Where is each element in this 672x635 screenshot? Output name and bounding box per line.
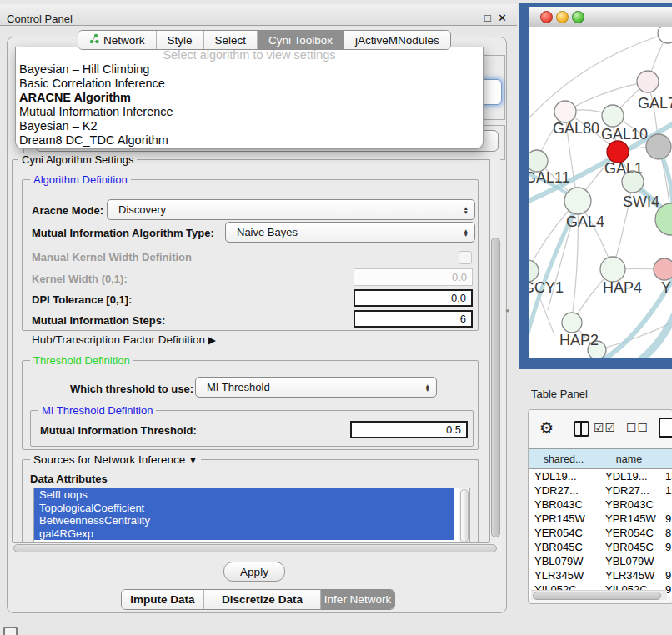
column-header[interactable]: shared...	[529, 449, 599, 468]
table-row[interactable]: YBL079WYBL079W	[529, 554, 672, 568]
algorithm-option[interactable]: Bayesian – Hill Climbing	[16, 62, 483, 77]
table-cell: YPR145W	[599, 512, 659, 525]
node-label-gal7: GAL7	[638, 95, 672, 112]
network-graph	[529, 27, 672, 358]
control-panel-titlebar: Control Panel □ ✕	[0, 4, 517, 26]
select-all-columns-icon[interactable]: ☑☑	[594, 421, 616, 434]
attribute-list-item[interactable]: gal4RGexp	[34, 528, 454, 541]
network-node-gal10[interactable]	[602, 105, 624, 127]
algorithm-option[interactable]: Dream8 DC_TDC Algorithm	[16, 133, 483, 148]
network-node-hap4[interactable]	[600, 257, 625, 282]
bottom-tab-discretize-data[interactable]: Discretize Data	[204, 590, 321, 609]
data-attributes-list[interactable]: SelfLoopsTopologicalCoefficientBetweenne…	[33, 488, 470, 542]
table-cell: YDR27...	[599, 484, 659, 497]
column-header[interactable]: A	[659, 449, 672, 468]
tab-style[interactable]: Style	[157, 31, 204, 49]
table-header-row: shared...nameA	[529, 448, 672, 469]
network-node-top-partial[interactable]	[658, 27, 672, 43]
algorithm-option[interactable]: Mutual Information Inference	[16, 105, 483, 119]
triangle-down-icon: ▼	[188, 455, 198, 465]
table-cell: YER054C	[529, 527, 599, 539]
attribute-list-item[interactable]: TopologicalCoefficient	[34, 502, 454, 515]
node-label-hap4: HAP4	[603, 279, 642, 297]
manual-kernel-checkbox[interactable]	[459, 251, 472, 264]
tab-label: Style	[168, 34, 193, 47]
aracne-mode-combo[interactable]: Discovery ▲▼	[107, 199, 475, 220]
table-row[interactable]: YDL19...YDL19...13	[529, 469, 672, 483]
tab-jactivemnodules[interactable]: jActiveMNodules	[344, 31, 450, 49]
columns-icon[interactable]	[574, 421, 589, 437]
column-header[interactable]: name	[599, 449, 659, 468]
bottom-tab-impute-data[interactable]: Impute Data	[122, 590, 204, 609]
mi-threshold-field[interactable]: 0.5	[350, 421, 468, 438]
tab-label: Cyni Toolbox	[268, 34, 333, 47]
network-node-pinkr[interactable]	[654, 258, 672, 280]
gear-icon[interactable]: ⚙	[539, 418, 554, 438]
network-node-gal7[interactable]	[637, 71, 659, 92]
table-cell: 9.	[659, 569, 672, 582]
algorithm-option[interactable]: ARACNE Algorithm	[16, 91, 483, 105]
table-horizontal-scrollbar[interactable]	[531, 590, 667, 600]
node-label-gcy1: GCY1	[529, 279, 564, 297]
table-cell: YBR045C	[529, 541, 599, 553]
table-cell: YER054C	[599, 527, 659, 539]
algorithm-dropdown-popup: Select algorithm to view settings Bayesi…	[15, 48, 484, 149]
node-label-gal80: GAL80	[553, 120, 599, 138]
network-node-gal4[interactable]	[564, 188, 591, 214]
tab-select[interactable]: Select	[204, 31, 258, 49]
hub-definition-expander[interactable]: Hub/Transcription Factor Definition ▶	[32, 333, 216, 346]
manual-kernel-label: Manual Kernel Width Definition	[32, 251, 192, 263]
kernel-width-field[interactable]: 0.0	[354, 268, 473, 286]
settings-horizontal-scrollbar[interactable]	[12, 543, 502, 553]
table-row[interactable]: YPR145WYPR145W9.	[529, 512, 672, 526]
sources-title[interactable]: Sources for Network Inference ▼	[30, 453, 201, 466]
tab-cyni-toolbox[interactable]: Cyni Toolbox	[258, 31, 344, 49]
node-label-gal10: GAL10	[601, 126, 648, 143]
attribute-list-item[interactable]: BetweennessCentrality	[34, 514, 454, 528]
unselect-all-columns-icon[interactable]: ☐☐	[626, 421, 649, 434]
close-icon[interactable]: ✕	[498, 12, 507, 24]
minimize-traffic-light-icon[interactable]	[556, 11, 569, 23]
zoom-traffic-light-icon[interactable]	[572, 11, 584, 23]
minimized-panel-icon[interactable]	[3, 627, 18, 635]
network-node-gray[interactable]	[646, 134, 671, 159]
table-row[interactable]: YBR045CYBR045C9.	[529, 540, 672, 554]
algorithm-option[interactable]: Basic Correlation Inference	[16, 77, 483, 91]
mi-steps-label: Mutual Information Steps:	[32, 314, 165, 327]
table-cell: YDL19...	[529, 470, 599, 482]
settings-vertical-scrollbar[interactable]	[490, 159, 500, 542]
dpi-tolerance-field[interactable]: 0.0	[354, 289, 473, 307]
aracne-mode-label: Aracne Mode:	[32, 204, 103, 217]
mi-type-label: Mutual Information Algorithm Type:	[32, 227, 214, 239]
pane-divider-arrow[interactable]: ◂	[505, 306, 509, 314]
cyni-algorithm-settings-title: Cyni Algorithm Settings	[18, 153, 137, 166]
mi-steps-field[interactable]: 6	[354, 310, 473, 328]
network-node-hap2[interactable]	[562, 312, 582, 332]
export-table-icon[interactable]	[659, 418, 672, 438]
threshold-definition-title: Threshold Definition	[30, 354, 133, 367]
close-traffic-light-icon[interactable]	[540, 11, 553, 23]
table-row[interactable]: YDR27...YDR27...12	[529, 483, 672, 498]
tab-label: Select	[215, 34, 247, 47]
table-row[interactable]: YBR043CYBR043C	[529, 498, 672, 512]
mi-threshold-title: MI Threshold Definition	[38, 404, 156, 417]
table-cell: 12	[659, 484, 672, 497]
table-row[interactable]: YER054CYER054C8.	[529, 526, 672, 540]
bottom-tab-infer-network[interactable]: Infer Network	[321, 590, 394, 609]
float-window-icon[interactable]: □	[484, 12, 491, 24]
network-canvas[interactable]: GAL7GAL80GAL10GAL1GAL11SWI4GAL4GCY1HAP4Y…	[529, 27, 672, 358]
apply-button[interactable]: Apply	[223, 562, 285, 582]
list-scrollbar[interactable]	[459, 488, 469, 542]
which-threshold-combo[interactable]: MI Threshold ▲▼	[195, 377, 437, 398]
table-cell: 8.	[659, 527, 672, 539]
node-label-gal1: GAL1	[604, 160, 643, 178]
network-window-titlebar[interactable]	[529, 8, 672, 28]
table-row[interactable]: YLR345WYLR345W9.	[529, 568, 672, 582]
network-icon	[89, 33, 99, 47]
mi-type-combo[interactable]: Naive Bayes ▲▼	[225, 222, 475, 242]
tab-network[interactable]: Network	[78, 31, 157, 49]
attribute-list-item[interactable]: SelfLoops	[34, 488, 454, 502]
algorithm-option[interactable]: Bayesian – K2	[16, 119, 483, 133]
table-cell: YBR043C	[599, 498, 659, 511]
algorithm-definition-title: Algorithm Definition	[30, 173, 131, 186]
